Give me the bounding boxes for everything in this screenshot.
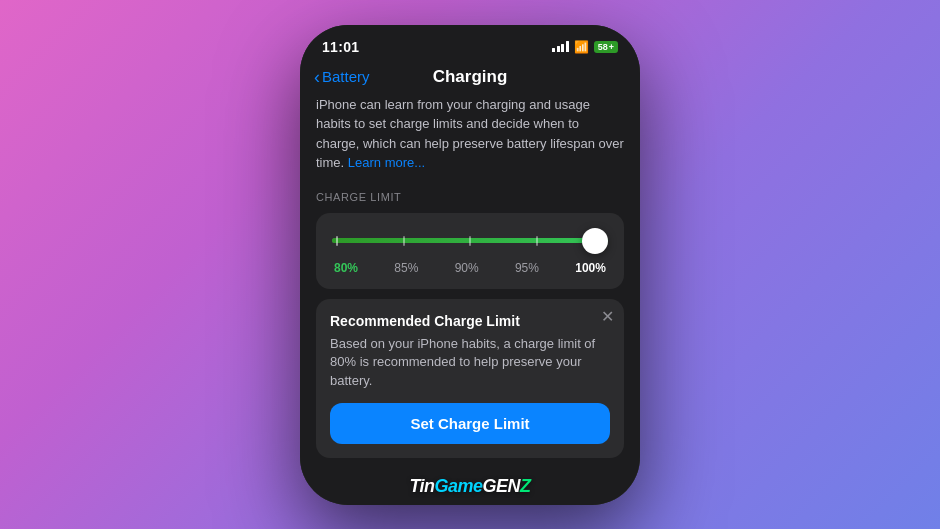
label-80: 80% <box>334 261 358 275</box>
label-100: 100% <box>575 261 606 275</box>
set-charge-limit-button[interactable]: Set Charge Limit <box>330 403 610 444</box>
content-area: iPhone can learn from your charging and … <box>300 95 640 505</box>
slider-track[interactable] <box>332 238 608 243</box>
slider-card: 80% 85% 90% 95% 100% <box>316 213 624 289</box>
popup-text: Based on your iPhone habits, a charge li… <box>330 335 610 392</box>
back-label: Battery <box>322 68 370 85</box>
status-bar: 11:01 📶 58+ <box>300 25 640 63</box>
nav-bar: ‹ Battery Charging <box>300 63 640 95</box>
section-label: CHARGE LIMIT <box>316 191 624 203</box>
popup-close-button[interactable]: ✕ <box>601 309 614 325</box>
signal-icon <box>552 41 569 52</box>
battery-icon: 58+ <box>594 41 618 53</box>
tick-1 <box>336 236 338 246</box>
label-85: 85% <box>394 261 418 275</box>
label-95: 95% <box>515 261 539 275</box>
wifi-icon: 📶 <box>574 40 589 54</box>
nav-title: Charging <box>433 67 508 87</box>
phone-screen: 11:01 📶 58+ ‹ Battery Charging <box>300 25 640 505</box>
popup-card: ✕ Recommended Charge Limit Based on your… <box>316 299 624 459</box>
slider-thumb[interactable] <box>582 228 608 254</box>
tick-2 <box>403 236 405 246</box>
label-90: 90% <box>455 261 479 275</box>
status-icons: 📶 58+ <box>552 40 618 54</box>
popup-title: Recommended Charge Limit <box>330 313 610 329</box>
tick-4 <box>536 236 538 246</box>
description-text: iPhone can learn from your charging and … <box>316 95 624 173</box>
back-chevron-icon: ‹ <box>314 68 320 86</box>
back-button[interactable]: ‹ Battery <box>314 68 370 86</box>
learn-more-link[interactable]: Learn more... <box>348 155 425 170</box>
status-time: 11:01 <box>322 39 359 55</box>
phone-device: 11:01 📶 58+ ‹ Battery Charging <box>300 25 640 505</box>
slider-track-container <box>332 227 608 255</box>
slider-labels-row: 80% 85% 90% 95% 100% <box>332 261 608 275</box>
tick-3 <box>469 236 471 246</box>
